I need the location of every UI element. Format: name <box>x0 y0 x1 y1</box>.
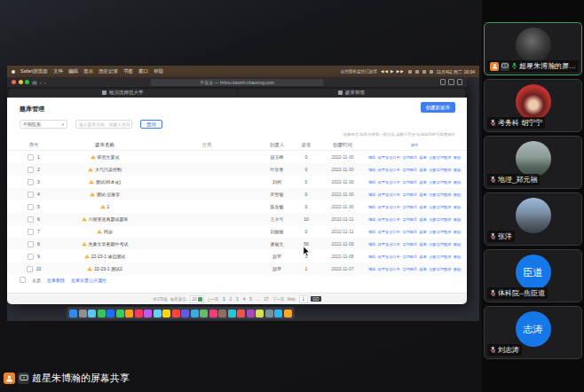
row-action-link[interactable]: 管理题目 <box>402 180 417 184</box>
dock-app-icon[interactable] <box>69 310 77 318</box>
row-action-link[interactable]: 管理题目 <box>402 267 417 271</box>
row-checkbox[interactable] <box>28 216 34 223</box>
dock-app-icon[interactable] <box>265 310 273 318</box>
page-number[interactable]: 5 <box>249 297 254 302</box>
forward-button-icon[interactable]: › <box>44 80 46 85</box>
row-action-link[interactable]: 标签 <box>419 205 426 209</box>
dock-app-icon[interactable] <box>181 310 189 318</box>
row-action-link[interactable]: 设置安全口令 <box>378 217 400 222</box>
participant-tile[interactable]: 地理_郑元福 <box>484 136 582 189</box>
page-number[interactable]: 3 <box>235 297 241 302</box>
row-action-link[interactable]: 分配管理教师 <box>429 168 451 172</box>
apple-menu-icon[interactable] <box>12 70 15 74</box>
dock-app-icon[interactable] <box>116 310 124 318</box>
media-controls-icon[interactable]: ◀◀ ▶ ▶▶ <box>381 69 405 74</box>
row-action-link[interactable]: 编辑 <box>368 217 375 222</box>
menu-item[interactable]: 文件 <box>53 68 63 74</box>
row-action-link[interactable]: 删除 <box>454 205 461 209</box>
bank-name-cell[interactable]: 测试(样本化) <box>60 179 149 184</box>
row-action-link[interactable]: 设置安全口令 <box>378 155 400 160</box>
row-action-link[interactable]: 管理题目 <box>402 217 417 222</box>
row-action-link[interactable]: 管理题目 <box>402 242 417 247</box>
share-icon[interactable] <box>440 79 446 85</box>
dock-app-icon[interactable] <box>107 310 114 318</box>
bank-name-cell[interactable]: 1 <box>60 204 149 209</box>
minimize-window-button[interactable] <box>19 80 23 84</box>
row-checkbox[interactable] <box>28 229 34 235</box>
page-number[interactable]: 2 <box>228 297 233 302</box>
row-action-link[interactable]: 标签 <box>419 192 426 197</box>
create-bank-button[interactable]: 创建新题库 <box>421 102 456 113</box>
row-checkbox[interactable] <box>28 167 34 173</box>
row-action-link[interactable]: 分配管理教师 <box>429 155 451 160</box>
dock-app-icon[interactable] <box>98 310 106 318</box>
menu-item[interactable]: 书签 <box>123 68 133 74</box>
bank-name-cell[interactable]: 研究生复试 <box>60 154 149 160</box>
row-action-link[interactable]: 设置安全口令 <box>378 255 400 259</box>
per-page-select[interactable]: 10 <box>190 295 204 303</box>
dock-app-icon[interactable] <box>237 310 245 318</box>
row-action-link[interactable]: 设置安全口令 <box>378 168 400 172</box>
dock-app-icon[interactable] <box>228 310 236 318</box>
dock-app-icon[interactable] <box>135 310 143 318</box>
row-action-link[interactable]: 编辑 <box>368 168 375 172</box>
row-action-link[interactable]: 分配管理教师 <box>429 242 451 247</box>
row-action-link[interactable]: 管理题目 <box>402 155 417 160</box>
status-icon[interactable] <box>422 70 426 74</box>
select-all-checkbox[interactable] <box>20 277 26 283</box>
bank-name-cell[interactable]: 大气污染控制 <box>60 167 149 172</box>
dock-app-icon[interactable] <box>88 310 96 318</box>
row-action-link[interactable]: 编辑 <box>368 267 375 271</box>
dock-app-icon[interactable] <box>274 310 282 318</box>
row-action-link[interactable]: 删除 <box>454 217 461 222</box>
go-button[interactable]: GO <box>311 296 321 302</box>
next-page-button[interactable]: 下一页 <box>272 297 285 302</box>
tab-overview-icon[interactable] <box>457 79 463 85</box>
bank-name-cell[interactable]: 测试-运筹学 <box>60 192 149 197</box>
row-action-link[interactable]: 设置安全口令 <box>378 230 400 234</box>
row-action-link[interactable]: 标签 <box>419 155 426 160</box>
menu-item[interactable]: 显示 <box>83 68 93 74</box>
row-action-link[interactable]: 编辑 <box>368 180 375 184</box>
row-action-link[interactable]: 管理题目 <box>402 205 417 209</box>
search-button[interactable]: 查询 <box>140 120 162 129</box>
new-tab-icon[interactable] <box>448 79 454 85</box>
row-action-link[interactable]: 编辑 <box>368 255 375 259</box>
participant-tile[interactable]: 张洋 <box>484 192 582 246</box>
participant-tile[interactable]: 志涛 刘志涛 <box>484 306 582 359</box>
participant-tile[interactable]: 考务科 胡宁宁 <box>484 79 582 132</box>
row-action-link[interactable]: 删除 <box>454 155 461 160</box>
row-action-link[interactable]: 删除 <box>454 255 461 259</box>
menu-item[interactable]: 编辑 <box>68 68 78 74</box>
row-action-link[interactable]: 设置安全口令 <box>378 267 400 271</box>
row-action-link[interactable]: 删除 <box>454 180 461 184</box>
row-action-link[interactable]: 编辑 <box>368 155 375 160</box>
dock-app-icon[interactable] <box>247 310 255 318</box>
row-action-link[interactable]: 标签 <box>419 267 426 271</box>
row-action-link[interactable]: 分配管理教师 <box>429 217 451 222</box>
batch-public-link[interactable]: 批量设置公开属性 <box>71 278 107 283</box>
dock-app-icon[interactable] <box>256 310 264 318</box>
row-checkbox[interactable] <box>28 154 34 161</box>
dock-app-icon[interactable] <box>172 310 180 318</box>
bank-name-cell[interactable]: 六级英语真题试题库 <box>60 216 149 222</box>
tab-university[interactable]: 哈尔滨师范大学 <box>9 89 237 98</box>
dock-app-icon[interactable] <box>144 310 152 318</box>
zoom-window-button[interactable] <box>25 80 29 84</box>
row-checkbox[interactable] <box>28 204 34 210</box>
bank-name-cell[interactable]: 22-23-1 测试2 <box>60 266 149 271</box>
row-checkbox[interactable] <box>28 254 34 260</box>
row-checkbox[interactable] <box>27 266 33 272</box>
row-action-link[interactable]: 分配管理教师 <box>429 192 451 197</box>
prev-page-button[interactable]: 上一页 <box>207 297 219 302</box>
row-action-link[interactable]: 设置安全口令 <box>378 205 400 209</box>
row-checkbox[interactable] <box>28 179 34 185</box>
jump-input[interactable]: 1 <box>299 295 308 303</box>
page-number[interactable]: 17 <box>263 297 270 302</box>
row-action-link[interactable]: 分配管理教师 <box>429 205 451 209</box>
page-number[interactable]: 1 <box>222 297 227 302</box>
row-action-link[interactable]: 分配管理教师 <box>429 267 451 271</box>
batch-delete-link[interactable]: 批量删除 <box>47 278 65 283</box>
status-icon[interactable] <box>408 70 412 74</box>
back-button-icon[interactable]: ‹ <box>40 80 42 85</box>
